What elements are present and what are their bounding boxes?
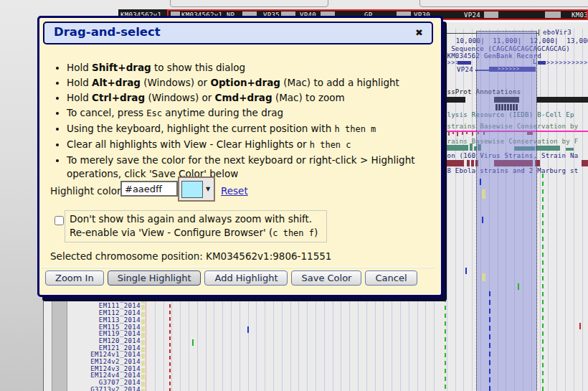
- instruction-item: Hold Shift+drag to show this dialog: [67, 61, 427, 75]
- color-picker-dropdown[interactable]: ▼: [178, 176, 215, 202]
- gene-exon: [457, 61, 471, 65]
- top-cut-control: [419, 0, 588, 7]
- dialog-title: Drag-and-select: [54, 25, 161, 39]
- instruction-list: Hold Shift+drag to show this dialogHold …: [54, 60, 427, 182]
- label-gutter-line: [146, 291, 146, 391]
- dont-show-line1: Don't show this again and always zoom wi…: [70, 212, 322, 226]
- top-cut-control: [170, 0, 328, 7]
- gene-arrows-right: >>>>>>>>>>>>>>: [546, 60, 588, 66]
- instruction-item: Hold Ctrl+drag (Windows) or Cmd+drag (Ma…: [67, 91, 427, 105]
- zoom-in-button[interactable]: Zoom In: [45, 270, 104, 286]
- gene-label-vp24: VP24: [457, 66, 473, 73]
- label-tick-column: [141, 291, 145, 391]
- instruction-item: To merely save the color for the next ke…: [67, 154, 427, 181]
- dont-show-label: Don't show this again and always zoom wi…: [65, 210, 327, 242]
- instruction-item: Clear all highlights with View - Clear H…: [67, 138, 427, 152]
- gridlines-bottom: [147, 293, 439, 391]
- add-highlight-button[interactable]: Add Highlight: [204, 270, 288, 286]
- instruction-item: To cancel, press Esc anytime during the …: [67, 106, 427, 121]
- annotation-block: [441, 97, 465, 103]
- image-left-border: [43, 290, 44, 391]
- instruction-item: Using the keyboard, highlight the curren…: [67, 122, 427, 136]
- variant-line-green: [542, 174, 544, 391]
- strain-track-labels: EM106_2014EM110_2014EM111_2014EM112_2014…: [69, 289, 141, 391]
- dialog-titlebar[interactable]: Drag-and-select ✖: [43, 22, 433, 44]
- cancel-button[interactable]: Cancel: [365, 270, 417, 286]
- variant-line-green: [445, 179, 446, 391]
- drag-selection-region[interactable]: [476, 31, 537, 391]
- highlight-color-input[interactable]: [120, 181, 178, 197]
- chevron-down-icon: ▼: [206, 186, 210, 192]
- instruction-item: Hold Alt+drag (Windows) or Option+drag (…: [67, 76, 427, 90]
- side-drag-bar[interactable]: [52, 291, 67, 391]
- screen: eboVir3 0| 10,000| 11,000| 12,000| 13,00…: [0, 0, 588, 391]
- assembly-label: eboVir3: [543, 29, 572, 36]
- ruler-tick: [539, 29, 539, 36]
- gene-exon: [538, 61, 546, 65]
- variant-line-blue: [489, 291, 490, 391]
- save-color-button[interactable]: Save Color: [291, 270, 361, 286]
- color-swatch[interactable]: [181, 181, 203, 198]
- highlight-color-label: Highlight color:: [50, 185, 124, 197]
- single-highlight-button[interactable]: Single Highlight: [108, 270, 201, 286]
- strain-track-label[interactable]: G3713v2_2014: [69, 387, 141, 391]
- selected-position-text: Selected chromosome position: KM034562v1…: [50, 250, 331, 262]
- dont-show-line2: Re-enable via 'View - Configure Browser'…: [70, 226, 322, 240]
- drag-guide-red-left: [169, 291, 171, 391]
- close-icon[interactable]: ✖: [415, 27, 423, 38]
- reset-link[interactable]: Reset: [221, 185, 248, 197]
- button-separator: [42, 267, 435, 268]
- drag-select-dialog: Drag-and-select ✖ Hold Shift+drag to sho…: [37, 16, 443, 297]
- dialog-buttons: Zoom InSingle HighlightAdd HighlightSave…: [45, 270, 417, 286]
- annotation-block: [536, 97, 588, 103]
- dont-show-checkbox[interactable]: [54, 216, 64, 225]
